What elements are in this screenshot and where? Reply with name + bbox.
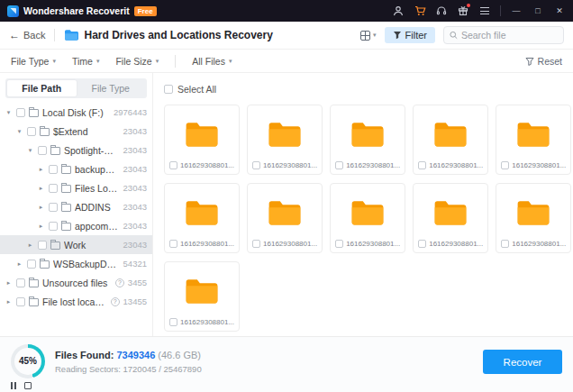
file-card[interactable]: 161629308801... <box>164 105 240 175</box>
folder-icon <box>432 197 468 227</box>
help-icon[interactable]: ? <box>111 297 120 306</box>
tree-item[interactable]: ▾ Local Disk (F:) 2976443 <box>0 103 152 122</box>
file-card[interactable]: 161629308801... <box>330 105 405 175</box>
expand-caret-icon[interactable]: ▸ <box>5 279 13 287</box>
folder-icon <box>350 119 386 149</box>
search-input[interactable] <box>461 30 558 41</box>
expand-caret-icon[interactable]: ▸ <box>37 185 45 192</box>
file-checkbox[interactable] <box>501 161 509 169</box>
maximize-button[interactable]: □ <box>532 5 544 17</box>
tree-item[interactable]: ▸ WSBackupData 54321 <box>0 254 152 273</box>
file-card[interactable]: 161629308801... <box>413 105 488 175</box>
expand-caret-icon[interactable]: ▾ <box>5 109 13 116</box>
footer: 45% Files Found: 7349346 (46.6 GB) Readi… <box>0 336 573 392</box>
expand-caret-icon[interactable]: ▸ <box>5 298 13 305</box>
tree-checkbox[interactable] <box>16 297 25 306</box>
file-type-dropdown[interactable]: File Type ▾ <box>11 56 56 67</box>
file-name: 161629308801... <box>180 240 234 248</box>
tree-checkbox[interactable] <box>16 108 25 117</box>
free-badge: Free <box>134 6 157 16</box>
tree-label: $Extend <box>53 126 120 137</box>
tree-checkbox[interactable] <box>49 165 58 174</box>
tree-checkbox[interactable] <box>27 260 36 269</box>
file-checkbox[interactable] <box>169 240 177 248</box>
file-checkbox[interactable] <box>252 240 260 248</box>
progress-label: 45% <box>11 344 45 378</box>
account-icon[interactable] <box>392 5 405 17</box>
folder-icon <box>40 260 50 269</box>
file-card[interactable]: 161629308801... <box>164 261 240 332</box>
file-card[interactable]: 161629308801... <box>164 183 240 253</box>
tree-item[interactable]: ▸ Work 23043 <box>0 235 152 254</box>
tree-checkbox[interactable] <box>16 278 25 287</box>
expand-caret-icon[interactable]: ▾ <box>26 147 34 154</box>
file-tree: ▾ Local Disk (F:) 2976443 ▾ $Extend 2304… <box>0 103 152 336</box>
tree-item[interactable]: ▸ Files Lost Origi... 23043 <box>0 178 152 197</box>
support-icon[interactable] <box>435 5 448 17</box>
file-checkbox[interactable] <box>418 240 426 248</box>
expand-caret-icon[interactable]: ▸ <box>15 260 23 268</box>
tree-checkbox[interactable] <box>49 222 58 231</box>
expand-caret-icon[interactable]: ▸ <box>37 223 45 230</box>
lost-location-icon <box>29 298 39 306</box>
tree-item[interactable]: ▸ ADDINS 23043 <box>0 197 152 216</box>
file-checkbox[interactable] <box>169 318 177 326</box>
file-checkbox[interactable] <box>335 240 343 248</box>
file-checkbox[interactable] <box>252 161 260 169</box>
view-mode-button[interactable]: ▾ <box>360 31 377 41</box>
tree-count: 23043 <box>123 126 147 136</box>
file-size-dropdown[interactable]: File Size ▾ <box>115 56 159 67</box>
select-all[interactable]: Select All <box>164 81 562 97</box>
file-card[interactable]: 161629308801... <box>247 183 323 253</box>
file-checkbox[interactable] <box>418 161 426 169</box>
file-card[interactable]: 161629308801... <box>413 183 488 253</box>
tree-item[interactable]: ▸ File lost location ? 13455 <box>0 292 152 311</box>
file-card[interactable]: 161629308801... <box>247 105 323 175</box>
close-button[interactable]: ✕ <box>553 5 566 17</box>
tab-file-type[interactable]: File Type <box>77 80 146 96</box>
expand-caret-icon[interactable]: ▸ <box>37 166 45 173</box>
cart-icon[interactable] <box>414 5 426 17</box>
grid-view-icon <box>360 31 370 41</box>
file-card[interactable]: 161629308801... <box>496 183 571 253</box>
pause-button[interactable] <box>11 382 16 389</box>
filter-bar: File Type ▾ Time ▾ File Size ▾ All Files… <box>0 50 573 73</box>
tree-item[interactable]: ▸ backupdata 23043 <box>0 160 152 178</box>
all-files-dropdown[interactable]: All Files ▾ <box>192 56 232 67</box>
tree-checkbox[interactable] <box>38 146 47 155</box>
select-all-checkbox[interactable] <box>164 85 173 94</box>
progress-ring: 45% <box>11 344 45 378</box>
file-checkbox[interactable] <box>335 161 343 169</box>
recover-button[interactable]: Recover <box>483 350 562 374</box>
tree-item[interactable]: ▾ $Extend 23043 <box>0 122 152 141</box>
tree-item[interactable]: ▸ appcompat 23043 <box>0 216 152 235</box>
folder-icon <box>515 197 551 227</box>
tree-checkbox[interactable] <box>49 203 58 212</box>
file-checkbox[interactable] <box>501 240 509 248</box>
tree-checkbox[interactable] <box>38 241 47 250</box>
file-checkbox[interactable] <box>169 161 177 169</box>
tree-label: Spotlight-V10000... <box>64 145 120 156</box>
minimize-button[interactable]: — <box>510 5 523 17</box>
reset-button[interactable]: Reset <box>525 56 562 67</box>
tree-checkbox[interactable] <box>49 184 58 193</box>
back-button[interactable]: ← Back <box>9 29 45 41</box>
expand-caret-icon[interactable]: ▸ <box>26 242 34 249</box>
folder-icon <box>29 109 39 117</box>
tree-item[interactable]: ▾ Spotlight-V10000... 23043 <box>0 141 152 160</box>
stop-button[interactable] <box>24 382 32 389</box>
gift-icon[interactable] <box>457 5 469 17</box>
time-dropdown[interactable]: Time ▾ <box>72 56 99 67</box>
filter-button[interactable]: Filter <box>385 27 435 43</box>
expand-caret-icon[interactable]: ▾ <box>15 128 23 135</box>
expand-caret-icon[interactable]: ▸ <box>37 204 45 211</box>
tree-label: Files Lost Origi... <box>75 183 120 194</box>
help-icon[interactable]: ? <box>115 278 124 287</box>
menu-icon[interactable] <box>478 5 491 17</box>
file-card[interactable]: 161629308801... <box>496 105 571 175</box>
search-box[interactable] <box>443 26 564 44</box>
tree-item[interactable]: ▸ Unsourced files ? 3455 <box>0 273 152 292</box>
tree-checkbox[interactable] <box>27 127 36 136</box>
file-card[interactable]: 161629308801... <box>330 183 405 253</box>
tab-file-path[interactable]: File Path <box>7 80 77 96</box>
